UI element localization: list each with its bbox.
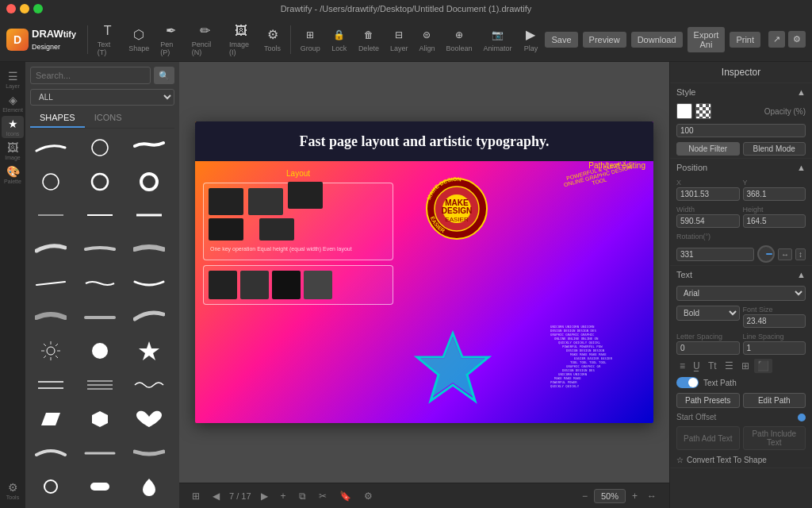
- start-offset-dot[interactable]: [798, 414, 806, 421]
- close-btn[interactable]: [6, 4, 16, 13]
- path-add-text-button[interactable]: Path Add Text: [676, 426, 740, 450]
- fill-color-swatch[interactable]: [676, 103, 692, 119]
- sidebar-item-element[interactable]: ◈ Element: [2, 92, 24, 114]
- shape-brush-6[interactable]: [30, 269, 71, 298]
- letter-spacing-input[interactable]: [676, 341, 740, 355]
- shape-line-2[interactable]: [79, 201, 121, 229]
- height-input[interactable]: [743, 214, 806, 228]
- maximize-btn[interactable]: [33, 4, 43, 13]
- shape-brush-3[interactable]: [30, 235, 71, 264]
- x-input[interactable]: [676, 187, 740, 201]
- tool-delete[interactable]: 🗑 Delete: [354, 25, 384, 54]
- flip-v-button[interactable]: ↕: [795, 248, 806, 260]
- sidebar-item-layer[interactable]: ☰ Layer: [2, 68, 24, 90]
- blend-mode-button[interactable]: Blend Mode: [743, 142, 806, 156]
- shape-wavy[interactable]: [128, 371, 170, 399]
- text-path-toggle[interactable]: [676, 377, 699, 388]
- table-button[interactable]: ⊞: [738, 359, 753, 373]
- filter-select[interactable]: ALL: [30, 89, 174, 106]
- grid-view-button[interactable]: ⊞: [189, 489, 203, 503]
- shape-brush-8[interactable]: [128, 269, 170, 298]
- shape-brush-12[interactable]: [30, 439, 71, 468]
- prev-page-button[interactable]: ◀: [209, 489, 223, 503]
- shape-brush-9[interactable]: [30, 303, 71, 332]
- font-size-input[interactable]: [743, 314, 806, 328]
- shape-circle-1[interactable]: [30, 167, 71, 196]
- style-section-header[interactable]: Style ▲: [670, 83, 812, 101]
- next-page-button[interactable]: ▶: [258, 489, 271, 503]
- shape-circle-outline-1[interactable]: [79, 133, 121, 162]
- tab-shapes[interactable]: SHAPES: [30, 109, 85, 128]
- shape-line-h-1[interactable]: [30, 371, 71, 399]
- bookmark-button[interactable]: 🔖: [336, 489, 354, 503]
- shape-star-5[interactable]: [128, 337, 170, 365]
- shape-brush-10[interactable]: [79, 303, 121, 332]
- tool-tools[interactable]: ⚙ Tools: [259, 25, 285, 54]
- tool-group[interactable]: ⊞ Group: [296, 25, 325, 54]
- shape-brush-13[interactable]: [79, 439, 121, 468]
- rotation-input[interactable]: [676, 248, 754, 261]
- node-filter-button[interactable]: Node Filter: [676, 142, 740, 156]
- copy-page-button[interactable]: ⧉: [296, 489, 309, 503]
- list-button[interactable]: ☰: [722, 359, 737, 373]
- shape-parallelogram[interactable]: [30, 405, 71, 433]
- shape-pill[interactable]: [79, 472, 121, 501]
- line-spacing-input[interactable]: [743, 341, 806, 355]
- shape-hexagon[interactable]: [79, 405, 121, 433]
- shape-brush-14[interactable]: [128, 439, 170, 468]
- tool-boolean[interactable]: ⊕ Boolean: [441, 25, 477, 54]
- zoom-out-button[interactable]: −: [579, 489, 591, 503]
- shape-brush-11[interactable]: [128, 303, 170, 332]
- zoom-in-button[interactable]: +: [629, 489, 641, 503]
- path-presets-button[interactable]: Path Presets: [676, 393, 740, 408]
- shape-sunburst[interactable]: [30, 337, 71, 365]
- opacity-input[interactable]: [676, 124, 806, 137]
- shape-brush-7[interactable]: [79, 269, 121, 298]
- tool-animator[interactable]: 📷 Animator: [478, 25, 516, 54]
- settings-button[interactable]: ⚙: [361, 489, 376, 503]
- tool-lock[interactable]: 🔒 Lock: [327, 25, 352, 54]
- save-button[interactable]: Save: [545, 32, 577, 48]
- preview-button[interactable]: Preview: [583, 32, 626, 48]
- cut-button[interactable]: ✂: [316, 489, 330, 503]
- tool-shape[interactable]: ⬡ Shape: [124, 25, 154, 54]
- shape-heart[interactable]: [128, 405, 170, 433]
- path-include-text-button[interactable]: Path Include Text: [743, 426, 806, 450]
- shape-line-3[interactable]: [128, 201, 170, 229]
- download-button[interactable]: Download: [631, 32, 683, 48]
- convert-to-shape-button[interactable]: ☆ Convert Text To Shape: [676, 456, 767, 464]
- shape-brush-4[interactable]: [79, 235, 121, 264]
- shape-circle-fill[interactable]: [79, 337, 121, 365]
- slide[interactable]: Fast page layout and artistic typography…: [195, 121, 653, 423]
- tool-align[interactable]: ⊜ Align: [414, 25, 439, 54]
- font-select[interactable]: Arial: [676, 286, 806, 301]
- edit-path-button[interactable]: Edit Path: [743, 393, 806, 408]
- text-color-button[interactable]: ⬛: [754, 359, 772, 373]
- position-section-header[interactable]: Position ▲: [670, 159, 812, 176]
- text-transform-button[interactable]: Tt: [705, 359, 720, 373]
- shape-line-1[interactable]: [30, 201, 71, 229]
- align-left-button[interactable]: ≡: [676, 359, 688, 373]
- shape-circle-3[interactable]: [128, 167, 170, 196]
- sidebar-item-icons[interactable]: ★ Icons: [2, 116, 24, 138]
- underline-button[interactable]: U̲: [690, 359, 703, 373]
- sidebar-item-image[interactable]: 🖼 Image: [2, 140, 24, 162]
- tab-icons[interactable]: ICONS: [85, 109, 132, 128]
- shape-line-h-2[interactable]: [79, 371, 121, 399]
- shape-circle-2[interactable]: [79, 167, 121, 196]
- tool-play[interactable]: ▶ Play: [518, 25, 543, 54]
- shape-brush-1[interactable]: [30, 133, 71, 162]
- tool-pen[interactable]: ✒ Pen (P): [155, 21, 186, 58]
- export-button[interactable]: Export Ani: [688, 27, 726, 52]
- sidebar-item-tools[interactable]: ⚙ Tools: [2, 479, 24, 502]
- tool-pencil[interactable]: ✏ Pencil (N): [187, 21, 223, 58]
- sidebar-item-palette[interactable]: 🎨 Palette: [2, 164, 24, 186]
- shape-drop[interactable]: [128, 472, 170, 501]
- canvas-container[interactable]: Fast page layout and artistic typography…: [179, 62, 669, 483]
- add-page-button[interactable]: +: [278, 489, 289, 503]
- search-button[interactable]: 🔍: [154, 67, 174, 84]
- fit-button[interactable]: ↔: [644, 489, 660, 503]
- rotation-dial[interactable]: [757, 245, 775, 263]
- print-button[interactable]: Print: [730, 32, 760, 48]
- tool-layer[interactable]: ⊟ Layer: [385, 25, 413, 54]
